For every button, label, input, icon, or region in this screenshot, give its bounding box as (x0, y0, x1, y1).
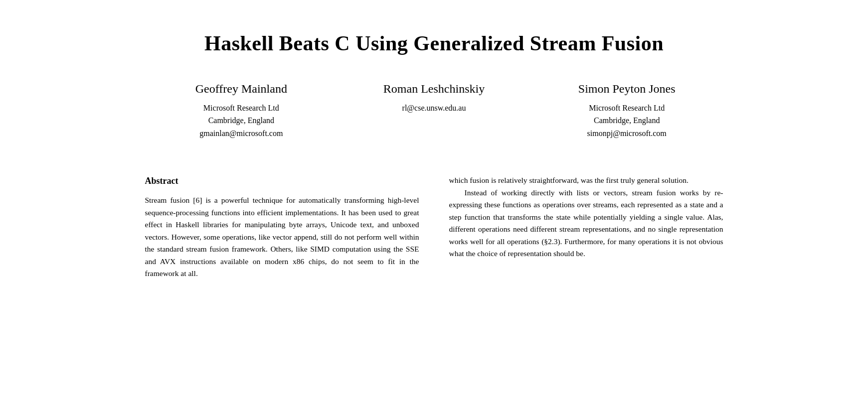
author-name-1: Geoffrey Mainland (145, 82, 338, 96)
author-affiliation-1: Microsoft Research Ltd Cambridge, Englan… (145, 102, 338, 140)
right-column-paragraph1: which fusion is relatively straightforwa… (449, 174, 723, 186)
author-block-1: Geoffrey Mainland Microsoft Research Ltd… (145, 82, 338, 140)
title-section: Haskell Beats C Using Generalized Stream… (145, 30, 723, 139)
author-affiliation-line1-3: Microsoft Research Ltd (589, 104, 665, 112)
content-section: Abstract Stream fusion [6] is a powerful… (145, 174, 723, 279)
authors-section: Geoffrey Mainland Microsoft Research Ltd… (145, 82, 723, 140)
abstract-heading: Abstract (145, 174, 419, 188)
author-name-3: Simon Peyton Jones (530, 82, 723, 96)
abstract-text: Stream fusion [6] is a powerful techniqu… (145, 194, 419, 279)
right-column: which fusion is relatively straightforwa… (449, 174, 723, 279)
right-column-paragraph2: Instead of working directly with lists o… (449, 187, 723, 260)
author-affiliation-line2-3: Cambridge, England (594, 116, 660, 125)
page-container: Haskell Beats C Using Generalized Stream… (85, 0, 783, 300)
author-email-text-2: rl@cse.unsw.edu.au (402, 104, 466, 112)
author-name-2: Roman Leshchinskiy (338, 82, 530, 96)
author-affiliation-line2-1: Cambridge, England (208, 116, 274, 125)
paper-title: Haskell Beats C Using Generalized Stream… (145, 30, 723, 57)
author-email-2: rl@cse.unsw.edu.au (338, 102, 530, 115)
author-email-3: simonpj@microsoft.com (587, 129, 667, 138)
author-affiliation-line1-1: Microsoft Research Ltd (203, 104, 279, 112)
author-block-2: Roman Leshchinskiy rl@cse.unsw.edu.au (338, 82, 530, 115)
left-column: Abstract Stream fusion [6] is a powerful… (145, 174, 419, 279)
author-block-3: Simon Peyton Jones Microsoft Research Lt… (530, 82, 723, 140)
author-email-1: gmainlan@microsoft.com (199, 129, 283, 138)
author-affiliation-3: Microsoft Research Ltd Cambridge, Englan… (530, 102, 723, 140)
